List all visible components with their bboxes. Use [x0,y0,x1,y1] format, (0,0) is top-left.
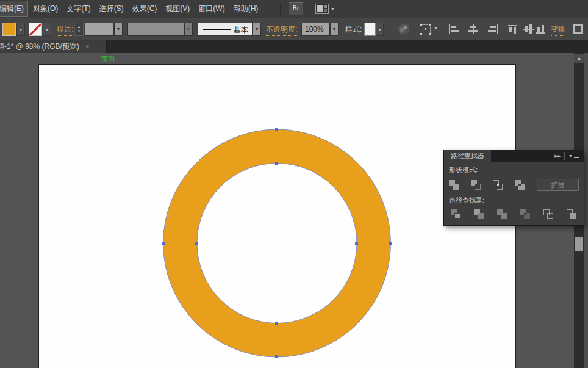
stroke-link[interactable]: 描边: [57,24,73,36]
minus-back-icon[interactable] [567,209,577,220]
workspace-switcher[interactable]: ▼ [315,4,335,14]
shape-modes-row: 扩展 [449,179,579,191]
menu-select[interactable]: 选择(S) [96,1,127,17]
exclude-icon[interactable] [515,180,525,190]
anchor-point[interactable] [275,128,278,131]
shape-modes-label: 形状模式: [449,165,579,175]
pathfinder-panel: 路径查找器 ▶▶ ▼ 形状模式: 扩展 路径查找器: [443,150,584,226]
opacity-field[interactable]: 100% [301,23,330,36]
menu-object[interactable]: 对象(O) [29,1,62,17]
menu-divider [280,4,281,15]
pathfinder-panel-body: 形状模式: 扩展 路径查找器: [444,162,584,225]
document-tab-bar: 题-1* @ 98% (RGB/预览) × [0,40,588,53]
anchor-point[interactable] [389,242,392,245]
stroke-weight-dropdown[interactable]: ▼ [114,23,123,36]
align-to-dropdown-icon[interactable]: ▼ [434,26,438,31]
scrollbar-thumb[interactable] [575,237,583,251]
align-to-selection-icon[interactable] [421,24,431,34]
document-tab[interactable]: 题-1* @ 98% (RGB/预览) × [0,40,107,53]
unite-icon[interactable] [449,180,459,190]
minus-front-icon[interactable] [471,180,481,190]
workspace-switcher-icon [315,4,329,14]
close-tab-icon[interactable]: × [85,43,89,50]
brush-definition-value: 基本 [234,25,248,35]
scroll-up-icon[interactable]: ▲ [574,54,584,63]
menu-effect[interactable]: 效果(C) [129,1,161,17]
style-dropdown[interactable]: ▼ [376,23,384,36]
menu-items: 编辑(E) 对象(O) 文字(T) 选择(S) 效果(C) 视图(V) 窗口(W… [0,0,262,18]
menu-bar: 编辑(E) 对象(O) 文字(T) 选择(S) 效果(C) 视图(V) 窗口(W… [0,0,588,18]
document-title: 题-1* @ 98% (RGB/预览) [0,41,79,52]
pathfinders-label: 路径查找器: [449,196,579,205]
pathfinder-tab[interactable]: 路径查找器 [444,150,491,162]
divide-icon[interactable] [451,209,461,220]
opacity-link[interactable]: 不透明度: [266,24,297,36]
none-slash-icon [29,23,42,36]
menu-edit[interactable]: 编辑(E) [0,1,28,17]
trim-icon[interactable] [474,209,484,220]
anchor-point[interactable] [162,242,165,245]
crop-icon[interactable] [520,209,531,220]
chevron-down-icon: ▼ [331,7,335,11]
bridge-button[interactable]: Br [289,2,303,15]
anchor-point[interactable] [355,242,358,245]
pathfinders-row [449,209,579,220]
menu-window[interactable]: 窗口(W) [195,1,228,17]
intersect-icon[interactable] [493,180,503,190]
fill-color-swatch[interactable] [2,23,16,36]
menu-help[interactable]: 帮助(H) [230,1,262,17]
donut-inner-circle[interactable] [197,164,357,323]
merge-icon[interactable] [497,209,507,220]
transform-link[interactable]: 变换 [551,24,565,36]
menu-type[interactable]: 文字(T) [63,1,94,17]
panel-dock-strip [584,53,588,368]
brush-definition-field[interactable]: 基本 [198,23,253,36]
stroke-weight-field[interactable] [85,23,114,36]
panel-menu-icon[interactable]: ▼ [568,150,579,162]
control-bar: ▼ ▼ 描边: ▲▼ ▼ ▼ 基本 ▼ 不透明度: 100% ▼ 样式: ▼ ▼… [0,18,588,41]
align-top-icon[interactable] [507,24,520,34]
brush-definition-dropdown[interactable]: ▼ [253,23,261,36]
canvas-area: 页面 ▲ 路径查找器 ▶▶ ▼ 形状模式: 扩展 路径查找器: [0,53,588,368]
outline-icon[interactable] [543,209,554,220]
align-right-icon[interactable] [487,24,499,34]
fill-color-dropdown[interactable]: ▼ [16,23,25,36]
anchor-point[interactable] [275,322,278,325]
stroke-color-swatch[interactable] [29,23,42,36]
align-v-center-icon[interactable] [523,24,536,34]
align-h-center-icon[interactable] [467,24,479,34]
free-transform-icon[interactable] [573,24,583,34]
variable-width-field[interactable] [127,23,184,36]
variable-width-dropdown[interactable]: ▼ [184,23,193,36]
style-swatch[interactable] [364,23,376,36]
text-cursor-icon [97,60,101,65]
menu-bar-right: Br ▼ [280,0,335,18]
pathfinder-panel-header[interactable]: 路径查找器 ▶▶ ▼ [444,150,584,162]
brush-stroke-preview-icon [203,29,231,30]
menu-view[interactable]: 视图(V) [162,1,193,17]
anchor-point[interactable] [195,242,198,245]
stroke-color-dropdown[interactable]: ▼ [43,23,51,36]
stroke-weight-stepper[interactable]: ▲▼ [74,23,84,36]
collapse-panel-icon[interactable]: ▶▶ [554,150,560,162]
anchor-point[interactable] [275,355,278,358]
anchor-point[interactable] [275,162,278,165]
align-bottom-icon[interactable] [536,24,548,34]
artboard-name-label: 页面 [101,55,115,64]
opacity-dropdown[interactable]: ▼ [330,23,339,36]
expand-button[interactable]: 扩展 [537,179,579,191]
style-label: 样式: [345,24,362,35]
recolor-artwork-icon[interactable] [398,24,409,35]
align-left-icon[interactable] [448,24,460,34]
